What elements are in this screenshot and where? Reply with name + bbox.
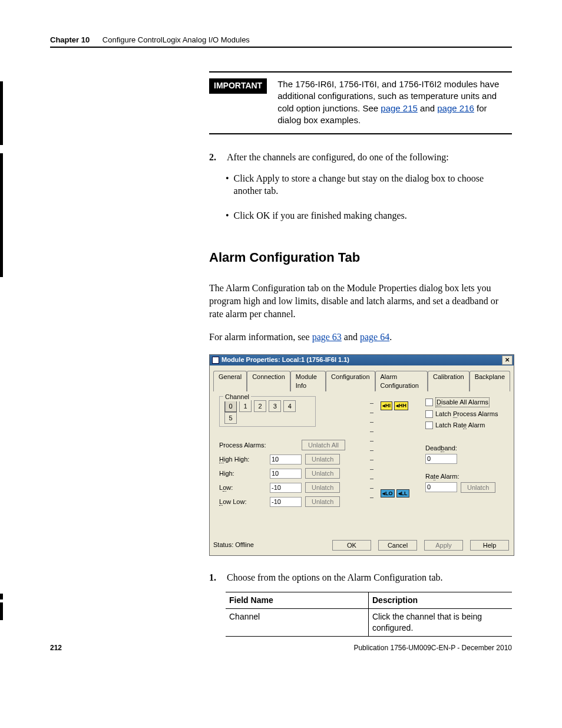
tab-general[interactable]: General <box>213 371 247 392</box>
page-footer: 212 Publication 1756-UM009C-EN-P - Decem… <box>50 644 512 652</box>
publication-id: Publication 1756-UM009C-EN-P - December … <box>353 644 512 652</box>
rate-alarm-input[interactable]: 0 <box>425 482 457 492</box>
page-header: Chapter 10 Configure ControlLogix Analog… <box>50 35 512 44</box>
bullet-apply: Click Apply to store a change but stay o… <box>226 172 512 197</box>
channel-1-button[interactable]: 1 <box>239 400 252 412</box>
high-unlatch-button[interactable]: Unlatch <box>305 468 340 479</box>
link-page-64[interactable]: page 64 <box>360 332 389 342</box>
high-input[interactable]: 10 <box>270 469 302 479</box>
ok-button[interactable]: OK <box>332 540 371 551</box>
step-1: 1. Choose from the options on the Alarm … <box>209 571 512 584</box>
link-page-215[interactable]: page 215 <box>381 103 418 113</box>
disable-all-alarms-checkbox[interactable]: Disable All Alarms <box>425 397 502 407</box>
tab-configuration[interactable]: Configuration <box>326 371 375 392</box>
high-high-unlatch-button[interactable]: Unlatch <box>305 454 340 465</box>
para-see-also: For alarm information, see page 63 and p… <box>209 331 512 344</box>
section-heading: Alarm Configuration Tab <box>209 250 512 265</box>
channel-4-button[interactable]: 4 <box>283 400 296 412</box>
low-low-unlatch-button[interactable]: Unlatch <box>305 496 340 507</box>
channel-5-button[interactable]: 5 <box>224 412 237 424</box>
alarm-gauge: ◂HI ◂HH ◂LO ◂LL <box>370 400 412 499</box>
link-page-216[interactable]: page 216 <box>437 103 474 113</box>
col-field-name: Field Name <box>226 592 369 609</box>
link-page-63[interactable]: page 63 <box>312 332 342 342</box>
low-low-label: Low Low: <box>219 498 266 506</box>
lo-badge: ◂LO <box>381 489 395 498</box>
tab-alarm-configuration[interactable]: Alarm Configuration <box>375 371 428 392</box>
tab-backplane[interactable]: Backplane <box>470 371 510 392</box>
channel-2-button[interactable]: 2 <box>254 400 266 412</box>
high-label: High: <box>219 469 266 478</box>
channel-group: Channel 0 1 2 3 4 5 <box>219 396 316 427</box>
header-rule <box>50 47 512 48</box>
page-number: 212 <box>50 644 62 652</box>
step-2: 2. After the channels are configured, do… <box>209 151 512 164</box>
table-row: Channel Click the channel that is being … <box>226 609 512 637</box>
chapter-number: Chapter 10 <box>50 35 90 44</box>
step-text: Choose from the options on the Alarm Con… <box>227 571 443 584</box>
channel-3-button[interactable]: 3 <box>269 400 281 412</box>
deadband-input[interactable]: 0 <box>425 454 457 464</box>
low-label: Low: <box>219 483 266 492</box>
apply-button[interactable]: Apply <box>424 540 463 551</box>
tab-connection[interactable]: Connection <box>247 371 290 392</box>
dialog-title: Module Properties: Local:1 (1756-IF6I 1.… <box>222 355 349 364</box>
close-icon[interactable]: ✕ <box>502 355 513 365</box>
rate-unlatch-button[interactable]: Unlatch <box>461 482 495 493</box>
step-text: After the channels are configured, do on… <box>227 151 449 164</box>
revision-bar <box>0 602 3 620</box>
titlebar: Module Properties: Local:1 (1756-IF6I 1.… <box>210 355 514 365</box>
para-intro: The Alarm Configuration tab on the Modul… <box>209 282 512 320</box>
important-callout: IMPORTANT The 1756-IR6I, 1756-IT6I, and … <box>209 71 512 134</box>
important-text: The 1756-IR6I, 1756-IT6I, and 1756-IT6I2… <box>277 78 512 126</box>
bullet-ok: Click OK if you are finished making chan… <box>226 209 512 222</box>
low-input[interactable]: -10 <box>270 483 302 493</box>
low-unlatch-button[interactable]: Unlatch <box>305 482 340 493</box>
status-text: Status: Offline <box>213 541 254 549</box>
latch-process-alarms-checkbox[interactable]: Latch Process Alarms <box>425 410 502 419</box>
high-high-input[interactable]: 10 <box>270 454 302 465</box>
cancel-button[interactable]: Cancel <box>378 540 417 551</box>
low-low-input[interactable]: -10 <box>270 497 302 507</box>
hi-badge: ◂HI <box>381 401 392 410</box>
tab-module-info[interactable]: Module Info <box>290 371 326 392</box>
process-alarms-label: Process Alarms: <box>219 441 266 450</box>
deadband-label: Deadband: <box>425 444 502 453</box>
tab-strip: General Connection Module Info Configura… <box>213 370 510 392</box>
tab-calibration[interactable]: Calibration <box>428 371 470 392</box>
app-icon <box>212 357 219 364</box>
revision-bar <box>0 594 3 599</box>
unlatch-all-button[interactable]: Unlatch All <box>302 440 345 450</box>
help-button[interactable]: Help <box>470 540 509 551</box>
col-description: Description <box>369 592 513 609</box>
field-description-table: Field Name Description Channel Click the… <box>226 592 512 637</box>
step-number: 2. <box>209 151 221 164</box>
ll-badge: ◂LL <box>396 489 409 498</box>
revision-bar <box>0 153 3 277</box>
important-tag: IMPORTANT <box>209 78 267 94</box>
step-number: 1. <box>209 571 221 584</box>
revision-bar <box>0 81 3 145</box>
channel-0-button[interactable]: 0 <box>224 400 237 412</box>
hh-badge: ◂HH <box>394 401 408 410</box>
chapter-title: Configure ControlLogix Analog I/O Module… <box>103 35 250 44</box>
latch-rate-alarm-checkbox[interactable]: Latch Rate Alarm <box>425 421 502 430</box>
high-high-label: High High: <box>219 455 266 464</box>
dialog-module-properties: Module Properties: Local:1 (1756-IF6I 1.… <box>209 354 514 556</box>
rate-alarm-label: Rate Alarm: <box>425 472 502 481</box>
channel-legend: Channel <box>223 393 251 401</box>
